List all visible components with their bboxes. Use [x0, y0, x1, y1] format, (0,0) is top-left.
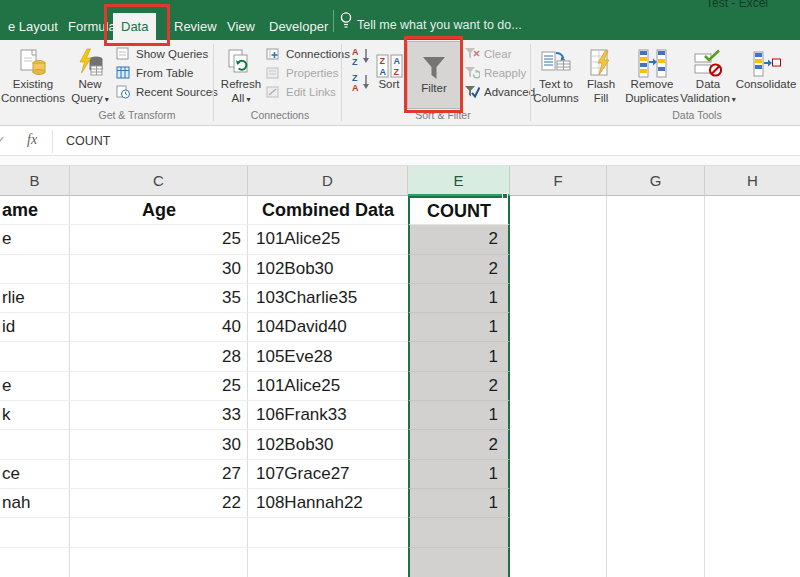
cell-d7[interactable]: 101Alice25: [248, 372, 408, 401]
column-header-c[interactable]: C: [70, 166, 248, 196]
tab-page-layout[interactable]: e Layout: [0, 13, 66, 40]
from-table-button[interactable]: From Table: [116, 63, 193, 82]
formula-bar-input[interactable]: COUNT: [66, 134, 110, 148]
cell-b1[interactable]: ame: [0, 196, 70, 225]
cell-e7[interactable]: 2: [408, 372, 510, 401]
new-query-icon: [77, 42, 104, 78]
svg-text:Z: Z: [352, 57, 358, 66]
recent-sources-button[interactable]: Recent Sources: [116, 82, 218, 101]
cell-b6[interactable]: [0, 342, 70, 371]
column-header-d[interactable]: D: [248, 166, 408, 196]
active-cell-e1[interactable]: COUNT: [408, 196, 510, 225]
cell-e3[interactable]: 2: [408, 255, 510, 284]
cell-c5[interactable]: 40: [70, 313, 248, 342]
fill-handle[interactable]: [502, 193, 508, 199]
column-header-b[interactable]: B: [0, 166, 70, 196]
cell-e8[interactable]: 1: [408, 401, 510, 430]
properties-button[interactable]: Properties: [266, 63, 338, 82]
show-queries-button[interactable]: Show Queries: [116, 44, 208, 63]
cell-b2[interactable]: e: [0, 225, 70, 254]
table-row: nah 22 108Hannah22 1: [0, 489, 800, 518]
cell-e5[interactable]: 1: [408, 313, 510, 342]
tellme-box[interactable]: Tell me what you want to do...: [357, 13, 522, 40]
cell-c3[interactable]: 30: [70, 255, 248, 284]
cell-c10[interactable]: 27: [70, 460, 248, 489]
cell-e6[interactable]: 1: [408, 342, 510, 371]
cell-c6[interactable]: 28: [70, 342, 248, 371]
sort-ascending-button[interactable]: AZ: [352, 46, 372, 66]
cell-d13[interactable]: [248, 548, 408, 577]
column-header-e-selected[interactable]: E: [408, 166, 510, 196]
tab-view[interactable]: View: [219, 13, 263, 40]
enter-check-icon[interactable]: ✓: [0, 133, 6, 148]
new-query-button[interactable]: New Query▾: [66, 42, 114, 106]
cell-d1[interactable]: Combined Data: [248, 196, 408, 225]
advanced-filter-button[interactable]: Advanced: [464, 82, 535, 101]
tab-review[interactable]: Review: [166, 13, 225, 40]
sort-descending-button[interactable]: ZA: [352, 72, 372, 92]
cell-c13[interactable]: [70, 548, 248, 577]
existing-connections-button[interactable]: Existing Connections: [2, 42, 64, 105]
cell-d12[interactable]: [248, 518, 408, 547]
cell-b13[interactable]: [0, 548, 70, 577]
filter-button[interactable]: Filter: [407, 41, 461, 109]
reapply-filter-button[interactable]: Reapply: [464, 63, 526, 82]
column-header-g[interactable]: G: [607, 166, 705, 196]
cell-e13[interactable]: [408, 548, 510, 577]
column-header-h[interactable]: H: [705, 166, 800, 196]
cell-d8[interactable]: 106Frank33: [248, 401, 408, 430]
cell-b9[interactable]: [0, 430, 70, 459]
cell-c12[interactable]: [70, 518, 248, 547]
cell-b11[interactable]: nah: [0, 489, 70, 518]
sort-button[interactable]: ZAAZ Sort: [372, 42, 406, 92]
cell-c1[interactable]: Age: [70, 196, 248, 225]
edit-links-button[interactable]: Edit Links: [266, 82, 336, 101]
connections-button[interactable]: Connections: [266, 44, 350, 63]
cell-d11[interactable]: 108Hannah22: [248, 489, 408, 518]
data-validation-button[interactable]: Data Validation▾: [684, 42, 732, 106]
cell-d4[interactable]: 103Charlie35: [248, 284, 408, 313]
consolidate-icon: [752, 42, 781, 78]
remove-duplicates-button[interactable]: Remove Duplicates: [622, 42, 682, 105]
table-row: k 33 106Frank33 1: [0, 401, 800, 430]
cell-b3[interactable]: [0, 255, 70, 284]
cell-b12[interactable]: [0, 518, 70, 547]
cell-d3[interactable]: 102Bob30: [248, 255, 408, 284]
cell-d9[interactable]: 102Bob30: [248, 430, 408, 459]
cell-e2[interactable]: 2: [408, 225, 510, 254]
flash-fill-button[interactable]: Flash Fill: [582, 42, 620, 105]
text-to-columns-button[interactable]: Text to Columns: [532, 42, 580, 105]
cell-d2[interactable]: 101Alice25: [248, 225, 408, 254]
column-header-f[interactable]: F: [510, 166, 607, 196]
cell-b5[interactable]: id: [0, 313, 70, 342]
refresh-all-button[interactable]: Refresh All▾: [218, 42, 264, 106]
cell-c9[interactable]: 30: [70, 430, 248, 459]
cell-e4[interactable]: 1: [408, 284, 510, 313]
table-row: ce 27 107Grace27 1: [0, 460, 800, 489]
cell-c8[interactable]: 33: [70, 401, 248, 430]
cell-b7[interactable]: e: [0, 372, 70, 401]
consolidate-button[interactable]: Consolidate: [734, 42, 798, 92]
cell-b8[interactable]: k: [0, 401, 70, 430]
cell-d6[interactable]: 105Eve28: [248, 342, 408, 371]
tab-data[interactable]: Data: [113, 13, 156, 40]
sort-az-icon: AZ: [352, 46, 371, 66]
cell-c7[interactable]: 25: [70, 372, 248, 401]
clear-filter-button[interactable]: Clear: [464, 44, 511, 63]
cell-e11[interactable]: 1: [408, 489, 510, 518]
cell-c4[interactable]: 35: [70, 284, 248, 313]
group-label-connections: Connections: [220, 109, 340, 121]
cell-b10[interactable]: ce: [0, 460, 70, 489]
cell-e9[interactable]: 2: [408, 430, 510, 459]
tab-developer[interactable]: Developer: [261, 13, 336, 40]
table-row: e 25 101Alice25 2: [0, 372, 800, 401]
cell-e12[interactable]: [408, 518, 510, 547]
cell-d5[interactable]: 104David40: [248, 313, 408, 342]
cell-e10[interactable]: 1: [408, 460, 510, 489]
insert-function-icon[interactable]: fx: [27, 132, 37, 148]
table-row: 30 102Bob30 2: [0, 255, 800, 284]
cell-b4[interactable]: rlie: [0, 284, 70, 313]
cell-c2[interactable]: 25: [70, 225, 248, 254]
cell-d10[interactable]: 107Grace27: [248, 460, 408, 489]
cell-c11[interactable]: 22: [70, 489, 248, 518]
